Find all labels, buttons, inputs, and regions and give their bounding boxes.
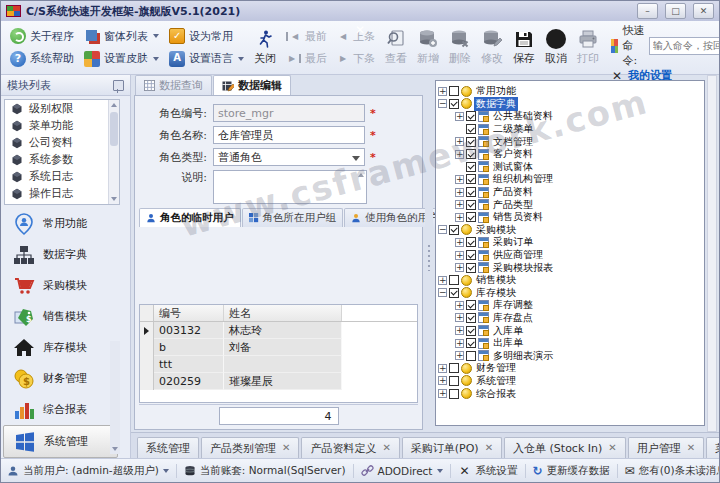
- expand-icon[interactable]: [455, 175, 464, 184]
- sidebar-item-inventory[interactable]: 库存模块: [1, 332, 120, 363]
- expand-icon[interactable]: [455, 301, 464, 310]
- checkbox[interactable]: [449, 86, 459, 96]
- tree-item[interactable]: 销售模块: [438, 274, 702, 287]
- language-button[interactable]: 设置语言: [164, 50, 249, 68]
- module-list-item[interactable]: 级别权限: [5, 100, 119, 117]
- system-settings-button[interactable]: ✕ 系统设置: [458, 464, 518, 478]
- module-list-item[interactable]: 操作日志: [5, 185, 119, 202]
- sidebar-item-system[interactable]: 系统管理: [3, 425, 118, 458]
- remark-textarea[interactable]: [213, 170, 367, 204]
- tree-item[interactable]: 入库单: [438, 324, 702, 337]
- checkbox[interactable]: [466, 300, 476, 310]
- tree-item[interactable]: 多明细表演示: [438, 349, 702, 362]
- checkbox[interactable]: [466, 200, 476, 210]
- tree-item[interactable]: 二级菜单: [438, 123, 702, 136]
- scroll-down-icon[interactable]: [112, 447, 118, 451]
- collapse-icon[interactable]: [438, 99, 447, 108]
- doc-tab[interactable]: 采购订单(PO): [402, 437, 502, 458]
- scroll-down-icon[interactable]: [111, 197, 117, 201]
- collapse-icon[interactable]: [438, 225, 447, 234]
- doc-tab[interactable]: 产品类别管理: [201, 437, 299, 458]
- expand-icon[interactable]: [455, 200, 464, 209]
- expand-icon[interactable]: [455, 351, 464, 360]
- checkbox[interactable]: [466, 338, 476, 348]
- module-list-scrollbar[interactable]: [108, 100, 119, 204]
- close-tab-icon[interactable]: [687, 443, 695, 453]
- checkbox[interactable]: [449, 389, 459, 399]
- tree-item[interactable]: 文档管理: [438, 135, 702, 148]
- tree-item[interactable]: 公共基础资料: [438, 110, 702, 123]
- next-record-button[interactable]: ▶ 下条: [332, 50, 380, 67]
- column-header-name[interactable]: 姓名: [224, 305, 342, 321]
- checkbox[interactable]: [466, 250, 476, 260]
- tree-item[interactable]: 组织机构管理: [438, 173, 702, 186]
- expand-icon[interactable]: [438, 87, 447, 96]
- checkbox[interactable]: [466, 263, 476, 273]
- close-tab-icon[interactable]: [608, 443, 616, 453]
- last-record-button[interactable]: ▶ 最后: [281, 50, 332, 67]
- checkbox[interactable]: [449, 288, 459, 298]
- expand-icon[interactable]: [438, 364, 447, 373]
- column-header-id[interactable]: 编号: [154, 305, 224, 321]
- tree-item[interactable]: 库存调整: [438, 299, 702, 312]
- close-window-button[interactable]: [693, 3, 714, 19]
- close-tab-icon[interactable]: [485, 443, 493, 453]
- subtab-temp-users[interactable]: 角色的临时用户: [139, 208, 241, 227]
- checkbox[interactable]: [466, 149, 476, 159]
- role-id-field[interactable]: [213, 104, 365, 122]
- expand-icon[interactable]: [438, 389, 447, 398]
- expand-icon[interactable]: [455, 188, 464, 197]
- checkbox[interactable]: [449, 225, 459, 235]
- cancel-button[interactable]: 取消: [540, 23, 572, 72]
- minimize-button[interactable]: [637, 3, 658, 19]
- tree-item[interactable]: 综合报表: [438, 387, 702, 400]
- tree-item[interactable]: 采购模块报表: [438, 261, 702, 274]
- sidebar-item-finance[interactable]: $ 财务管理: [1, 363, 120, 394]
- table-row[interactable]: b 刘备: [140, 339, 417, 356]
- help-button[interactable]: 系统帮助: [5, 50, 79, 68]
- role-name-field[interactable]: [213, 126, 365, 144]
- expand-icon[interactable]: [455, 313, 464, 322]
- current-user-menu[interactable]: 当前用户: (admin-超级用户): [7, 464, 169, 478]
- checkbox[interactable]: [449, 376, 459, 386]
- expand-icon[interactable]: [438, 376, 447, 385]
- skin-button[interactable]: 设置皮肤: [79, 50, 164, 68]
- table-row[interactable]: ttt: [140, 356, 417, 373]
- expand-icon[interactable]: [455, 339, 464, 348]
- tree-item[interactable]: 产品类型: [438, 198, 702, 211]
- subtab-user-groups[interactable]: 角色所在用户组: [242, 208, 344, 227]
- expand-icon[interactable]: [455, 112, 464, 121]
- checkbox[interactable]: [466, 187, 476, 197]
- current-account[interactable]: 当前账套: Normal(SqlServer): [184, 464, 346, 478]
- maximize-button[interactable]: [665, 3, 686, 19]
- tab-data-edit[interactable]: 数据编辑: [213, 75, 291, 95]
- checkbox[interactable]: [466, 351, 476, 361]
- tree-item[interactable]: 客户资料: [438, 148, 702, 161]
- scroll-up-icon[interactable]: [111, 103, 117, 107]
- checkbox[interactable]: [449, 99, 459, 109]
- expand-icon[interactable]: [455, 213, 464, 222]
- checkbox[interactable]: [466, 174, 476, 184]
- tree-scrollbar[interactable]: [707, 75, 717, 432]
- checkbox[interactable]: [466, 162, 476, 172]
- tree-item[interactable]: 供应商管理: [438, 249, 702, 262]
- doc-tab[interactable]: 入仓单 (Stock In): [504, 437, 626, 458]
- checkbox[interactable]: [466, 124, 476, 134]
- expand-icon[interactable]: [455, 326, 464, 335]
- sidebar-item-dictionary[interactable]: 数据字典: [1, 239, 120, 270]
- sidebar-item-purchase[interactable]: 采购模块: [1, 270, 120, 301]
- doc-tab[interactable]: 用户管理: [628, 437, 704, 458]
- checkbox[interactable]: [466, 237, 476, 247]
- tree-item[interactable]: 采购模块: [438, 224, 702, 237]
- scroll-thumb[interactable]: [110, 112, 118, 146]
- module-list-item[interactable]: 菜单功能: [5, 117, 119, 134]
- panel-splitter[interactable]: [425, 75, 433, 432]
- module-list-item[interactable]: 公司资料: [5, 134, 119, 151]
- tree-item[interactable]: 产品资料: [438, 186, 702, 199]
- tab-data-query[interactable]: 数据查询: [135, 75, 212, 95]
- expand-icon[interactable]: [455, 238, 464, 247]
- sidebar-scrollbar[interactable]: [110, 341, 120, 454]
- close-tab-icon[interactable]: [382, 443, 390, 453]
- checkbox[interactable]: [466, 212, 476, 222]
- tree-item[interactable]: 常用功能: [438, 85, 702, 98]
